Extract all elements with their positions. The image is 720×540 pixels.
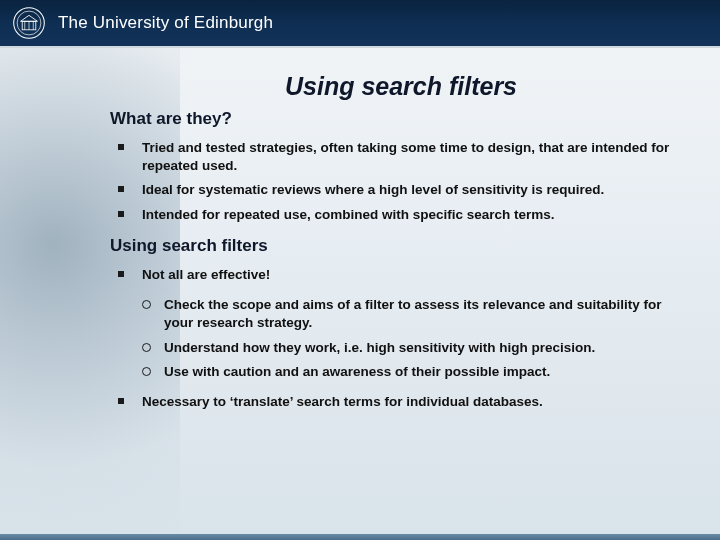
slide-content: Using search filters What are they? Trie… [110,72,692,530]
list-item: Tried and tested strategies, often takin… [110,139,692,175]
section-heading: What are they? [110,109,692,129]
footer-accent-bar [0,534,720,540]
list-item: Not all are effective! [110,266,692,284]
list-item: Intended for repeated use, combined with… [110,206,692,224]
list-item: Check the scope and aims of a filter to … [138,296,692,332]
bullet-list: Necessary to ‘translate’ search terms fo… [110,393,692,411]
university-logo-icon [12,6,46,40]
list-item: Ideal for systematic reviews where a hig… [110,181,692,199]
sub-bullet-list: Check the scope and aims of a filter to … [110,296,692,381]
slide-title: Using search filters [110,72,692,101]
svg-marker-3 [21,15,38,21]
bullet-list: Not all are effective! [110,266,692,284]
org-name: The University of Edinburgh [58,13,273,33]
list-item: Understand how they work, i.e. high sens… [138,339,692,357]
header-bar: The University of Edinburgh [0,0,720,48]
list-item: Necessary to ‘translate’ search terms fo… [110,393,692,411]
bullet-list: Tried and tested strategies, often takin… [110,139,692,224]
list-item: Use with caution and an awareness of the… [138,363,692,381]
section-heading: Using search filters [110,236,692,256]
